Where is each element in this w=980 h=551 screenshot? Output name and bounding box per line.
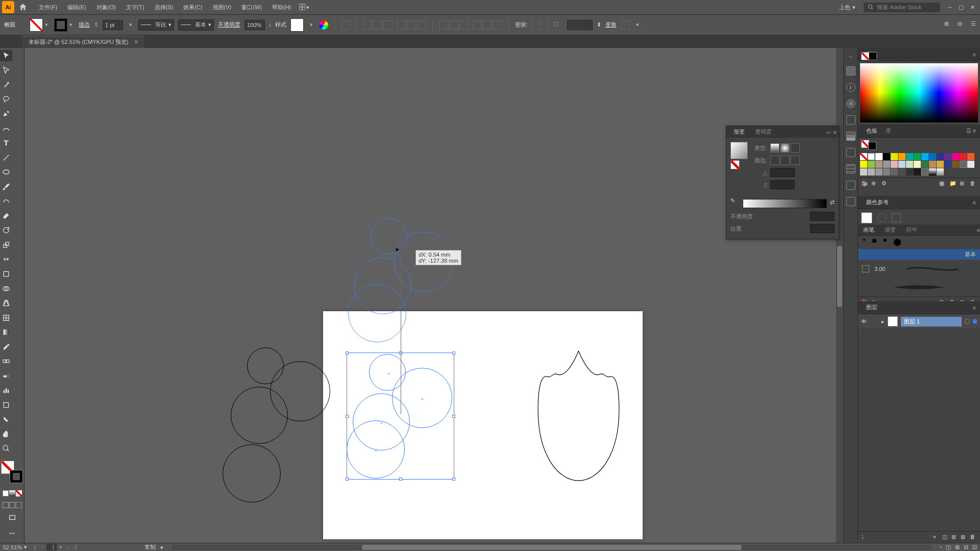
link-wh-icon[interactable]: ⬍ <box>597 21 601 28</box>
canvas-scrollbar-v[interactable] <box>836 48 843 543</box>
transform-label[interactable]: 变换 <box>605 21 617 29</box>
artboard-dropdown-icon[interactable]: ▾ <box>58 544 64 550</box>
harmony-icon[interactable] <box>877 213 887 222</box>
first-artboard-icon[interactable]: |‹ <box>32 544 38 550</box>
panel-collapse-icon[interactable]: ›› <box>826 129 830 135</box>
slice-tool[interactable] <box>0 414 12 425</box>
paintbrush-tool[interactable] <box>0 181 12 192</box>
mesh-tool[interactable] <box>0 312 12 323</box>
fill-dropdown[interactable]: ▾ <box>43 21 50 28</box>
magic-wand-tool[interactable] <box>0 79 12 90</box>
gradient-tool-icon[interactable]: ✎ <box>730 197 740 207</box>
new-group-icon[interactable]: 📁 <box>949 180 957 187</box>
transform-panel-icon[interactable] <box>621 20 630 30</box>
menu-help[interactable]: 帮助(H) <box>267 4 296 11</box>
menu-view[interactable]: 视图(V) <box>208 4 237 11</box>
scrollbar-thumb[interactable] <box>837 246 842 307</box>
isolate-icon[interactable]: ⬚ <box>554 20 563 30</box>
swatch[interactable] <box>944 153 951 160</box>
perspective-tool[interactable] <box>0 297 12 309</box>
color-panel-menu-icon[interactable]: ≡ <box>973 52 976 58</box>
brush-dot-small[interactable] <box>863 239 865 241</box>
preferences-icon[interactable]: ⊟ <box>958 20 967 30</box>
swatch-library-icon[interactable]: 📚 <box>861 180 868 187</box>
panel-menu-icon[interactable]: ☰ <box>971 20 976 30</box>
symbol-sprayer-tool[interactable] <box>0 370 12 382</box>
stroke-box[interactable] <box>10 470 23 483</box>
shape-circle[interactable] <box>231 387 288 444</box>
status-menu-icon[interactable]: ▸ <box>161 544 164 550</box>
panel-menu-icon[interactable]: ≡ <box>834 129 837 135</box>
search-stock-input[interactable]: 搜索 Adobe Stock <box>864 3 940 12</box>
gradient-slider[interactable] <box>743 199 827 208</box>
swatch[interactable] <box>860 168 867 176</box>
opacity-input[interactable] <box>244 20 265 30</box>
draw-normal-icon[interactable] <box>3 502 9 508</box>
layer-row[interactable]: 👁 ▸ 图层 1 <box>858 314 980 329</box>
swatch[interactable] <box>960 153 967 160</box>
tab-gradient[interactable]: 渐变 <box>728 127 750 137</box>
align-top-icon[interactable] <box>397 20 406 30</box>
swatch[interactable] <box>898 168 905 176</box>
lasso-tool[interactable] <box>0 94 12 105</box>
stroke-dropdown[interactable]: ▾ <box>67 21 75 28</box>
arrange-docs-dropdown[interactable]: ▾ <box>306 4 309 11</box>
sb-icon-3[interactable]: ⊞ <box>955 544 960 550</box>
artboard-number[interactable]: 1 <box>46 544 57 550</box>
swatch[interactable] <box>906 168 913 176</box>
maximize-button[interactable]: ▢ <box>955 3 967 12</box>
screen-mode-icon[interactable] <box>0 512 24 523</box>
shaper-tool[interactable] <box>0 195 12 207</box>
swatch[interactable] <box>937 153 944 160</box>
swatch[interactable] <box>914 168 921 176</box>
delete-swatch-icon[interactable]: 🗑 <box>970 180 977 187</box>
colorguide-menu-icon[interactable]: ≡ <box>973 199 976 206</box>
menu-effect[interactable]: 效果(C) <box>178 4 207 11</box>
swatch-group[interactable] <box>921 168 928 176</box>
close-button[interactable]: ✕ <box>967 3 978 12</box>
align-icon-1[interactable] <box>341 20 350 30</box>
sb-icon-4[interactable]: ⊟ <box>964 544 968 550</box>
shape-expand-icon[interactable] <box>532 20 541 30</box>
menu-select[interactable]: 选择(S) <box>150 4 179 11</box>
gradients-tab[interactable]: 渐变 <box>879 224 901 235</box>
curvature-tool[interactable] <box>0 123 12 134</box>
direct-selection-tool[interactable] <box>0 65 12 76</box>
swatch[interactable] <box>875 168 883 176</box>
align-hcenter-icon[interactable] <box>373 20 382 30</box>
linear-gradient-icon[interactable] <box>770 143 779 153</box>
stop-opacity-input[interactable] <box>810 212 835 221</box>
swatch[interactable] <box>898 161 905 168</box>
swatch[interactable] <box>875 153 883 160</box>
blend-tool[interactable] <box>0 356 12 367</box>
style-dropdown[interactable]: ▾ <box>308 21 315 28</box>
type-tool[interactable] <box>0 137 12 148</box>
align-bottom-icon[interactable] <box>417 20 426 30</box>
swatch-registration[interactable] <box>868 153 875 160</box>
color-fill-stroke[interactable] <box>861 50 877 61</box>
colorguide-tab[interactable]: 颜色参考 <box>862 197 893 207</box>
swatch[interactable] <box>891 153 898 160</box>
sb-icon-5[interactable]: ⊡ <box>972 544 977 550</box>
width-tool[interactable] <box>0 254 12 265</box>
swatch[interactable] <box>914 153 921 160</box>
swatch[interactable] <box>883 153 890 160</box>
opacity-slider-icon[interactable]: › <box>269 22 271 28</box>
transform-x-input[interactable] <box>567 20 593 30</box>
swatch[interactable] <box>875 161 883 168</box>
brush-dot-med2[interactable] <box>884 239 887 242</box>
swatch[interactable] <box>868 161 875 168</box>
swatch[interactable] <box>883 168 890 176</box>
transform-dropdown[interactable]: ▾ <box>634 21 641 28</box>
swatch[interactable] <box>937 161 944 168</box>
swatch[interactable] <box>860 161 867 168</box>
swatch[interactable] <box>921 161 928 168</box>
fill-swatch[interactable] <box>30 18 43 32</box>
zoom-dropdown-icon[interactable]: ▾ <box>24 544 27 550</box>
fill-indicator[interactable] <box>861 52 869 60</box>
angle-input[interactable] <box>770 168 795 177</box>
swatches-panel-menu-icon[interactable]: ≡ <box>973 128 976 134</box>
radial-gradient-icon[interactable] <box>780 143 790 153</box>
line-tool[interactable] <box>0 152 12 163</box>
gradient-preview[interactable] <box>730 142 748 159</box>
